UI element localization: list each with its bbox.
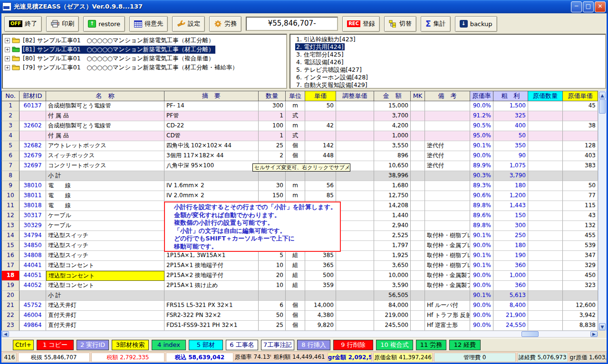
grid-cell[interactable]: PF管 (164, 111, 259, 121)
grid-cell[interactable]: 19 (1, 281, 19, 291)
grid-cell[interactable]: 3,650 (374, 261, 411, 271)
tree-expand-icon[interactable]: + (5, 56, 10, 61)
grid-cell[interactable] (411, 271, 425, 281)
grid-cell[interactable]: 30329 (19, 221, 46, 231)
grid-cell[interactable]: 323 (563, 281, 598, 291)
grid-cell[interactable] (411, 221, 425, 231)
grid-cell[interactable]: 直付天井灯 (46, 321, 164, 331)
grid-cell[interactable] (411, 201, 425, 211)
grid-cell[interactable] (425, 181, 470, 191)
column-header[interactable]: No. (1, 91, 19, 101)
scroll-left-arrow[interactable]: ◀ (2, 331, 9, 337)
grid-cell[interactable] (528, 231, 563, 241)
grid-cell[interactable]: 90.6% (470, 191, 493, 201)
grid-cell[interactable]: 1 (259, 131, 286, 141)
grid-cell[interactable]: 60137 (19, 101, 46, 111)
grid-cell[interactable]: 取付枠・金属製プレ (425, 271, 470, 281)
grid-cell[interactable]: アウトレットボックス (46, 141, 164, 151)
function-button[interactable]: 10 複合式 (376, 340, 413, 350)
grid-cell[interactable]: 塗代付 (425, 141, 470, 151)
grid-cell[interactable]: 21,900 (493, 311, 528, 321)
grid-cell[interactable] (528, 181, 563, 191)
section-list-item[interactable]: 5. テレビ共聴設備[427] (295, 66, 605, 74)
grid-cell[interactable]: 23 (1, 321, 19, 331)
grid-cell[interactable]: 9,820 (305, 321, 336, 331)
grid-cell[interactable] (563, 131, 598, 141)
grid-cell[interactable] (425, 111, 470, 121)
grid-cell[interactable]: 個 (286, 321, 305, 331)
project-tree-label[interactable]: [81] サンプル工事01 ○○○○○マンション新築電気工事（材工分離） (22, 46, 215, 54)
grid-cell[interactable]: 2,525 (374, 231, 411, 241)
function-button[interactable]: 5 部材 (189, 340, 223, 350)
grid-cell[interactable] (411, 101, 425, 111)
grid-cell[interactable] (411, 281, 425, 291)
grid-cell[interactable]: 10 (1, 191, 19, 201)
grid-cell[interactable]: 15 (1, 241, 19, 251)
tree-expand-icon[interactable]: + (5, 38, 10, 43)
grid-cell[interactable] (411, 151, 425, 161)
grid-cell[interactable] (336, 101, 374, 111)
grid-cell[interactable]: 埋込型コンセント (46, 271, 164, 281)
column-header[interactable]: 数量 (259, 91, 286, 101)
grid-cell[interactable] (411, 311, 425, 321)
grid-cell[interactable] (305, 291, 336, 301)
grid-cell[interactable] (528, 111, 563, 121)
section-list-item[interactable]: 6. インターホン設備[428] (295, 74, 605, 81)
grid-cell[interactable]: 150 (493, 211, 528, 221)
grid-cell[interactable]: ケーブル (46, 211, 164, 221)
settings-button[interactable]: 設定 (172, 16, 205, 32)
grid-cell[interactable]: 2,940 (374, 221, 411, 231)
grid-cell[interactable] (286, 291, 305, 301)
function-button[interactable]: 9 行削除 (333, 340, 373, 350)
grid-cell[interactable]: 89.8% (470, 201, 493, 211)
grid-cell[interactable]: 89.3% (470, 181, 493, 191)
grid-cell[interactable]: 電 線 (46, 201, 164, 211)
column-header[interactable]: 金 額 (374, 91, 411, 101)
grid-cell[interactable] (411, 171, 425, 181)
grid-cell[interactable] (528, 151, 563, 161)
grid-cell[interactable]: 350 (493, 141, 528, 151)
grid-cell[interactable]: 式 (286, 111, 305, 121)
grid-cell[interactable]: 2P15A×2 接地端子付 (164, 271, 259, 281)
grid-cell[interactable]: 12,600 (563, 301, 598, 311)
grid-cell[interactable]: 11 (1, 201, 19, 211)
function-button[interactable]: 1 コピー (37, 340, 74, 350)
grid-cell[interactable] (19, 171, 46, 181)
grid-cell[interactable]: 組 (286, 261, 305, 271)
project-tree-label[interactable]: [79] サンプル工事01 ○○○○○マンション新築電気工事（材工分離・補給率） (22, 64, 239, 72)
grid-cell[interactable]: 539 (563, 241, 598, 251)
tree-expand-icon[interactable]: + (5, 65, 10, 70)
grid-cell[interactable]: 埋込型コンセント (46, 281, 164, 291)
grid-cell[interactable] (336, 231, 374, 241)
close-button[interactable]: ✕ (595, 1, 606, 12)
grid-cell[interactable]: 組 (286, 281, 305, 291)
grid-cell[interactable]: 90.0% (470, 151, 493, 161)
grid-cell[interactable]: 5 (259, 251, 286, 261)
grid-cell[interactable] (411, 251, 425, 261)
grid-cell[interactable]: Hf トラフ形 反射笠付 (425, 311, 470, 321)
grid-cell[interactable] (528, 291, 563, 301)
grid-cell[interactable] (411, 191, 425, 201)
grid-cell[interactable] (425, 201, 470, 211)
grid-cell[interactable]: 142 (305, 141, 336, 151)
grid-cell[interactable]: 17 (1, 261, 19, 271)
grid-cell[interactable]: 450 (563, 271, 598, 281)
column-header[interactable]: 摘 要 (164, 91, 259, 101)
grid-cell[interactable]: 12,750 (374, 191, 411, 201)
grid-cell[interactable] (425, 221, 470, 231)
grid-cell[interactable]: 45752 (19, 301, 46, 311)
grid-cell[interactable] (411, 111, 425, 121)
grid-cell[interactable] (528, 261, 563, 271)
grid-cell[interactable]: スイッチボックス (46, 151, 164, 161)
column-header[interactable]: 名 称 (46, 91, 164, 101)
grid-cell[interactable]: 38010 (19, 181, 46, 191)
grid-cell[interactable]: 12 (1, 211, 19, 221)
grid-cell[interactable]: 359 (305, 281, 336, 291)
vertical-scroll-thumb[interactable] (599, 99, 606, 114)
grid-cell[interactable]: 1,075 (493, 161, 528, 171)
grid-cell[interactable]: 埋込型スイッチ (46, 251, 164, 261)
grid-cell[interactable]: 360 (493, 281, 528, 291)
grid-cell[interactable] (336, 241, 374, 251)
grid-cell[interactable]: 245,500 (374, 321, 411, 331)
horizontal-scroll-thumb[interactable] (521, 331, 539, 337)
